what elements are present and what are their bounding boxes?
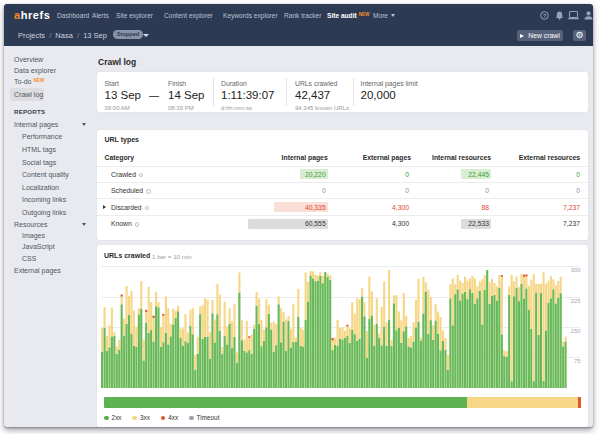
svg-text:?: ? xyxy=(543,13,547,19)
